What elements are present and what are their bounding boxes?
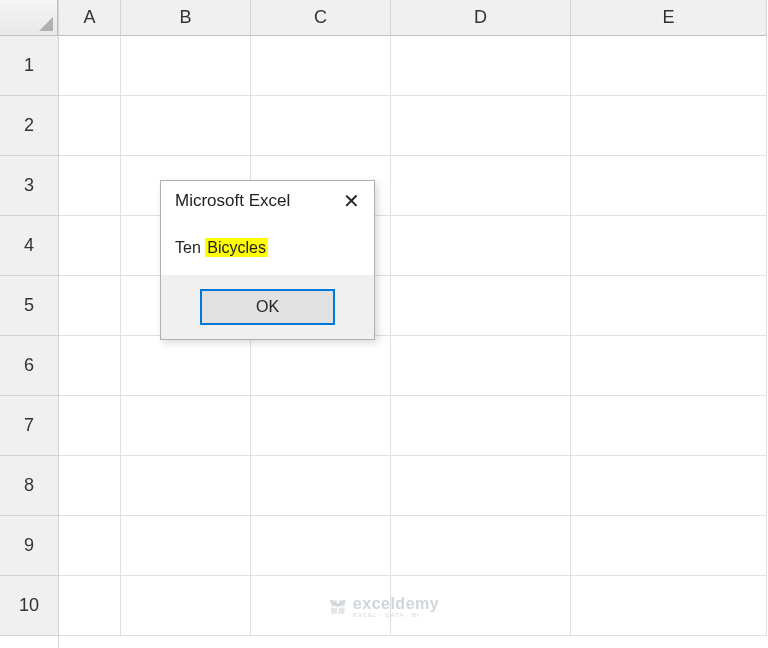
- watermark-text: exceldemy EXCEL · DATA · BI: [353, 596, 439, 618]
- dialog-message: Ten Bicycles: [161, 221, 374, 275]
- row-header-5[interactable]: 5: [0, 276, 58, 336]
- column-headers-row: A B C D E: [59, 0, 768, 36]
- row-header-3[interactable]: 3: [0, 156, 58, 216]
- dialog-footer: OK: [161, 275, 374, 339]
- row-header-6[interactable]: 6: [0, 336, 58, 396]
- row-header-10[interactable]: 10: [0, 576, 58, 636]
- row-header-8[interactable]: 8: [0, 456, 58, 516]
- row-header-2[interactable]: 2: [0, 96, 58, 156]
- col-header-c[interactable]: C: [251, 0, 391, 36]
- col-header-e[interactable]: E: [571, 0, 767, 36]
- row-headers-column: 1 2 3 4 5 6 7 8 9 10: [0, 0, 59, 648]
- watermark-main: exceldemy: [353, 596, 439, 612]
- message-box-dialog: Microsoft Excel ✕ Ten Bicycles OK: [160, 180, 375, 340]
- close-icon[interactable]: ✕: [339, 189, 364, 213]
- col-header-d[interactable]: D: [391, 0, 571, 36]
- ok-button[interactable]: OK: [200, 289, 335, 325]
- col-header-b[interactable]: B: [121, 0, 251, 36]
- select-all-corner[interactable]: [0, 0, 58, 36]
- row-header-9[interactable]: 9: [0, 516, 58, 576]
- dialog-title: Microsoft Excel: [175, 191, 290, 211]
- row-header-7[interactable]: 7: [0, 396, 58, 456]
- watermark-logo-icon: [329, 598, 347, 616]
- message-text-highlight: Bicycles: [205, 238, 268, 257]
- row-header-4[interactable]: 4: [0, 216, 58, 276]
- spreadsheet: 1 2 3 4 5 6 7 8 9 10 A B C D E: [0, 0, 768, 648]
- dialog-titlebar[interactable]: Microsoft Excel ✕: [161, 181, 374, 221]
- row-header-1[interactable]: 1: [0, 36, 58, 96]
- watermark: exceldemy EXCEL · DATA · BI: [329, 596, 439, 618]
- cells-grid[interactable]: [59, 36, 768, 648]
- message-text-prefix: Ten: [175, 239, 201, 256]
- watermark-sub: EXCEL · DATA · BI: [353, 612, 439, 618]
- col-header-a[interactable]: A: [59, 0, 121, 36]
